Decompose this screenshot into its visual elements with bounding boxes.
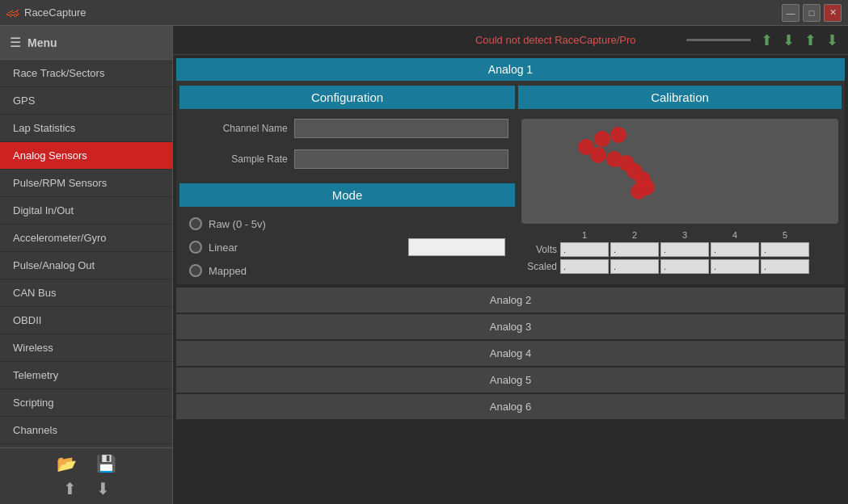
sample-rate-row: Sample Rate <box>179 146 515 172</box>
volts-cell-2[interactable] <box>610 242 659 257</box>
titlebar: 🏎 RaceCapture — □ ✕ <box>0 0 848 26</box>
scaled-cell-2[interactable] <box>610 259 659 274</box>
calibration-panel: Calibration <box>518 86 842 281</box>
topbar-upload-icon[interactable]: ⬆ <box>761 32 773 49</box>
svg-point-2 <box>610 127 627 143</box>
mode-raw-radio[interactable] <box>189 217 202 230</box>
scaled-row: Scaled <box>521 259 838 274</box>
scaled-cells <box>560 259 809 274</box>
svg-point-1 <box>594 131 610 147</box>
svg-point-3 <box>590 147 606 163</box>
maximize-button[interactable]: □ <box>803 4 821 22</box>
mode-linear-input[interactable] <box>408 238 505 256</box>
window-controls: — □ ✕ <box>782 4 842 22</box>
sidebar-items: Race Track/SectorsGPSLap StatisticsAnalo… <box>0 60 172 447</box>
scaled-cell-3[interactable] <box>660 259 709 274</box>
footer-bottom-icons: ⬆ ⬇ <box>63 479 110 498</box>
channel-name-label: Channel Name <box>186 123 288 134</box>
sidebar-item-channels[interactable]: Channels <box>0 417 172 444</box>
sidebar-item-pulse-analog-out[interactable]: Pulse/Analog Out <box>0 252 172 279</box>
sidebar-item-wireless[interactable]: Wireless <box>0 334 172 362</box>
sidebar-item-digital-in-out[interactable]: Digital In/Out <box>0 197 172 225</box>
sidebar-item-scripting[interactable]: Scripting <box>0 389 172 417</box>
scaled-cell-4[interactable] <box>711 259 759 274</box>
titlebar-left: 🏎 RaceCapture <box>6 6 86 20</box>
sidebar-item-accelerometer-gyro[interactable]: Accelerometer/Gyro <box>0 225 172 252</box>
analog-2-header[interactable]: Analog 2 <box>176 288 845 313</box>
mode-linear-radio[interactable] <box>189 241 202 254</box>
analog-4-header[interactable]: Analog 4 <box>176 341 845 366</box>
mode-mapped-row: Mapped <box>179 260 515 281</box>
topbar-download-icon[interactable]: ⬇ <box>783 32 795 49</box>
scaled-label: Scaled <box>521 261 560 272</box>
mode-mapped-label: Mapped <box>209 265 247 277</box>
hamburger-icon: ☰ <box>10 35 21 50</box>
close-button[interactable]: ✕ <box>824 4 842 22</box>
mode-raw-row: Raw (0 - 5v) <box>179 213 515 234</box>
col-header-4: 4 <box>711 230 759 240</box>
sidebar-item-can-bus[interactable]: CAN Bus <box>0 279 172 307</box>
col-header-2: 2 <box>610 230 659 240</box>
connection-warning: Could not detect RaceCapture/Pro <box>435 34 677 46</box>
sidebar-footer: 📂 💾 ⬆ ⬇ <box>0 447 172 504</box>
sidebar-item-pulse-rpm-sensors[interactable]: Pulse/RPM Sensors <box>0 170 172 197</box>
scaled-cell-5[interactable] <box>761 259 809 274</box>
topbar-download2-icon[interactable]: ⬇ <box>826 32 838 49</box>
analog-collapsed-list: Analog 2Analog 3Analog 4Analog 5Analog 6 <box>176 288 845 419</box>
sample-rate-label: Sample Rate <box>186 153 288 165</box>
sidebar-item-race-track-sectors[interactable]: Race Track/Sectors <box>0 60 172 87</box>
menu-header[interactable]: ☰ Menu <box>0 26 172 60</box>
sample-rate-input[interactable] <box>294 149 508 169</box>
mode-mapped-radio[interactable] <box>189 264 202 277</box>
volts-cell-5[interactable] <box>761 242 809 257</box>
mode-panel: Mode Raw (0 - 5v) Linear <box>179 183 515 281</box>
mode-raw-label: Raw (0 - 5v) <box>209 218 266 230</box>
analog-3-header[interactable]: Analog 3 <box>176 314 845 339</box>
mode-linear-row: Linear <box>179 234 515 260</box>
volts-row: Volts <box>521 242 838 257</box>
sidebar-item-lap-statistics[interactable]: Lap Statistics <box>0 115 172 142</box>
config-header: Configuration <box>179 86 515 109</box>
analog-1-header[interactable]: Analog 1 <box>176 58 845 81</box>
analog-6-header[interactable]: Analog 6 <box>176 394 845 419</box>
analog-5-header[interactable]: Analog 5 <box>176 368 845 393</box>
channel-name-input[interactable] <box>294 119 508 138</box>
sidebar: ☰ Menu Race Track/SectorsGPSLap Statisti… <box>0 26 173 504</box>
calibration-dots <box>521 119 838 224</box>
mode-linear-label: Linear <box>209 242 238 254</box>
mode-header: Mode <box>179 183 515 207</box>
svg-point-9 <box>631 183 647 200</box>
sidebar-item-obdii[interactable]: OBDII <box>0 307 172 334</box>
volts-cell-3[interactable] <box>660 242 709 257</box>
minimize-button[interactable]: — <box>782 4 799 22</box>
analog-1-body: Configuration Channel Name Sample Rate <box>176 82 845 284</box>
save-file-icon[interactable]: 💾 <box>96 454 116 473</box>
volts-cell-1[interactable] <box>560 242 609 257</box>
channel-name-row: Channel Name <box>179 116 515 141</box>
main-layout: ☰ Menu Race Track/SectorsGPSLap Statisti… <box>0 26 848 504</box>
download-icon[interactable]: ⬇ <box>96 479 110 498</box>
sidebar-item-analog-sensors[interactable]: Analog Sensors <box>0 142 172 170</box>
col-header-1: 1 <box>560 230 609 240</box>
analog-1-section: Analog 1 Configuration Channel Name <box>176 58 845 284</box>
menu-label: Menu <box>27 36 57 49</box>
volts-label: Volts <box>521 244 560 255</box>
content-area: Could not detect RaceCapture/Pro ⬆ ⬇ ⬆ ⬇… <box>173 26 848 504</box>
col-header-5: 5 <box>761 230 809 240</box>
calibration-svg <box>521 119 838 224</box>
volts-cells <box>560 242 809 257</box>
open-file-icon[interactable]: 📂 <box>57 454 77 473</box>
col-header-row: 1 2 3 4 5 <box>521 230 838 240</box>
analog-container: Analog 1 Configuration Channel Name <box>173 55 848 504</box>
scaled-cell-1[interactable] <box>560 259 609 274</box>
calibration-grid: 1 2 3 4 5 Volts <box>521 230 838 276</box>
volts-cell-4[interactable] <box>711 242 759 257</box>
app-title: RaceCapture <box>24 6 86 19</box>
col-headers: 1 2 3 4 5 <box>560 230 809 240</box>
footer-top-icons: 📂 💾 <box>57 454 116 473</box>
sidebar-item-gps[interactable]: GPS <box>0 87 172 115</box>
sidebar-item-telemetry[interactable]: Telemetry <box>0 362 172 389</box>
upload-icon[interactable]: ⬆ <box>63 479 77 498</box>
topbar-upload2-icon[interactable]: ⬆ <box>804 32 816 49</box>
config-panel: Configuration Channel Name Sample Rate <box>179 86 515 177</box>
